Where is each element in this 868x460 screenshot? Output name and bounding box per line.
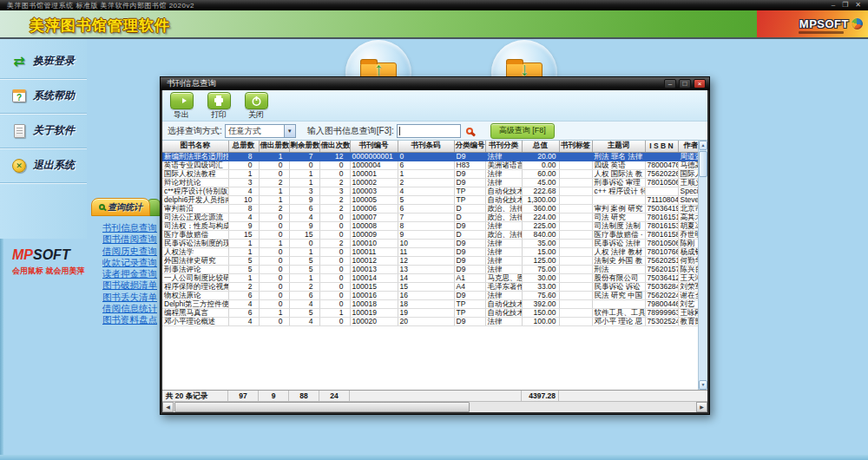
close-button[interactable]: ✕	[855, 2, 861, 9]
table-cell	[592, 195, 645, 204]
table-cell: 民事诉讼 法律	[592, 239, 645, 247]
scroll-down-arrow[interactable]: ▼	[699, 380, 707, 390]
table-cell: 4	[228, 299, 259, 308]
summary-spacer-right	[559, 391, 707, 401]
table-cell: 12	[319, 152, 350, 161]
dialog-close-button[interactable]: ×	[694, 79, 706, 89]
column-header[interactable]: 书刊编号	[350, 141, 398, 152]
scroll-left-arrow[interactable]: ◀	[162, 402, 174, 412]
dialog-maximize-button[interactable]: □	[679, 79, 691, 89]
table-cell: 16	[398, 291, 454, 299]
sidebar-item-shift-login[interactable]: ⇄ 换班登录	[0, 44, 87, 79]
table-row[interactable]: 新编刑法罪名适用指南8171200000000010D9法律20.00刑法 罪名…	[162, 152, 698, 161]
horizontal-scroll-thumb[interactable]	[174, 402, 470, 412]
table-row[interactable]: 司法权：性质与构成的分析90901000088D9法律225.00司法制度 法制…	[162, 221, 698, 230]
close-tool-button[interactable]: 关闭	[242, 92, 270, 121]
sidebar-item-exit-system[interactable]: ✕ 退出系统	[0, 148, 87, 183]
horizontal-scrollbar[interactable]: ◀ ▶	[162, 401, 707, 412]
table-row[interactable]: 编程黑马真言615110001919TP自动化技术、计150.00软件工具、工具…	[162, 308, 698, 317]
table-cell	[559, 299, 592, 308]
scroll-right-arrow[interactable]: ▶	[696, 402, 707, 412]
export-button[interactable]: 导出	[168, 92, 195, 121]
column-header[interactable]: 图书名称	[162, 141, 228, 152]
table-cell: 1	[289, 169, 319, 178]
table-row[interactable]: 一人公司制度比较研究101010001414A1马克思、恩格30.00股份有限公…	[162, 273, 698, 282]
table-row[interactable]: 物权法原论606010001616D9法律75.60民法 研究 中国756202…	[162, 291, 698, 299]
link-book-borrow-query[interactable]: 图书借阅查询	[102, 233, 161, 245]
book-info-query-dialog: 书刊信息查询 – □ × 导出 打印	[160, 76, 710, 415]
table-row[interactable]: 外国法律史研究505010001212D9法律125.00法制史 外国 教756…	[162, 256, 698, 265]
link-reader-deposit-query[interactable]: 读者押金查询	[102, 268, 161, 279]
query-mode-select[interactable]: 任意方式 ▼	[225, 124, 296, 138]
remaining-sum: 88	[289, 391, 319, 401]
table-row[interactable]: 邓小平理论概述404010002020D9法律100.00邓小平 理论 思753…	[162, 317, 698, 325]
table-cell: 政治、法律	[485, 213, 522, 221]
table-row[interactable]: 程序保障的理论视角202010001515A4毛泽东著作33.00民事诉讼 诉讼…	[162, 282, 698, 291]
table-cell: 民法 研究 中国	[592, 291, 645, 299]
table-cell: 19	[398, 308, 454, 317]
link-book-info-query[interactable]: 书刊信息查询	[102, 222, 161, 233]
column-header[interactable]: 总值	[522, 141, 559, 152]
table-cell: 100001	[350, 169, 398, 178]
table-row[interactable]: 刑事法评论505010001313D9法律75.00刑法7562015740陈兴…	[162, 265, 698, 273]
main-window: 美萍图书馆管理系统 标准版 美萍软件内部图书馆 2020v2 – ❐ ✕ 美萍图…	[0, 0, 868, 460]
exit-icon: ✕	[11, 158, 27, 174]
link-damaged-book-list[interactable]: 图书破损清单	[102, 279, 161, 291]
link-borrow-history-query[interactable]: 借阅历史查询	[102, 246, 161, 257]
table-cell: 9	[289, 221, 319, 230]
column-header[interactable]: 书刊条码	[398, 141, 454, 152]
table-cell	[559, 178, 592, 187]
table-cell: D	[454, 213, 485, 221]
vertical-scrollbar[interactable]: ▲ ▼	[698, 141, 707, 390]
table-row[interactable]: 辩论对抗论32121000022D9法律45.00刑事诉讼 审理78010506…	[162, 178, 698, 187]
column-header[interactable]: 总册数	[228, 141, 259, 152]
link-lost-book-list[interactable]: 图书丢失清单	[102, 292, 161, 303]
sidebar-item-system-help[interactable]: ? 系统帮助	[0, 79, 87, 114]
table-row[interactable]: 审判前沿82621000066D政治、法律360.00审判 案例 研究75036…	[162, 204, 698, 213]
table-cell: 0	[319, 161, 350, 169]
column-header[interactable]: 借出次数	[319, 141, 350, 152]
search-input[interactable]	[397, 124, 461, 138]
link-book-inventory[interactable]: 图书资料盘点	[102, 314, 161, 325]
table-row[interactable]: Delphi第三方控件使用大全404010001818TP自动化技术、计392.…	[162, 299, 698, 308]
advanced-query-button[interactable]: 高级查询 [F8]	[490, 123, 555, 139]
table-row[interactable]: 英语专业四级词汇000010000046H83美洲诸语言0.00四级 英语780…	[162, 161, 698, 169]
table-row[interactable]: 司法公正观念源流40401000077D政治、法律224.00司法 研究7801…	[162, 213, 698, 221]
table-cell: 司法公正观念源流	[162, 213, 228, 221]
column-header[interactable]: 主题词	[592, 141, 645, 152]
column-header[interactable]: I S B N	[645, 141, 678, 152]
table-row[interactable]: c**程序设计(特别版)41331000034TP自动化技术、计222.68c+…	[162, 187, 698, 195]
table-row[interactable]: 民事诉讼法制度的现代化110210001010D9法律35.00民事诉讼 法律7…	[162, 239, 698, 247]
dialog-minimize-button[interactable]: –	[664, 79, 676, 89]
table-row[interactable]: 医疗事故赔偿1501501000099D政治、法律840.00医疗事故赔偿 ·7…	[162, 230, 698, 239]
table-cell: 0	[398, 152, 454, 161]
column-header[interactable]: 书刊标签	[559, 141, 592, 152]
vertical-scroll-thumb[interactable]	[699, 151, 707, 177]
sidebar-item-about-software[interactable]: 关于软件	[0, 114, 87, 148]
table-row[interactable]: 国际人权法教程10101000011D9法律60.00人权 国际法 教75620…	[162, 169, 698, 178]
table-row[interactable]: delphi6开发人员指南101921000055TP自动化技术、计1,300.…	[162, 195, 698, 204]
scroll-up-arrow[interactable]: ▲	[699, 141, 707, 150]
column-header[interactable]: 书刊分类	[485, 141, 522, 152]
table-row[interactable]: 人权法学101010001111D9法律15.00人权 法律 教材7801076…	[162, 247, 698, 256]
table-cell: 6	[398, 161, 454, 169]
column-header[interactable]: 作者	[678, 141, 698, 152]
print-button[interactable]: 打印	[205, 92, 233, 121]
table-cell: 7899996305	[645, 308, 678, 317]
minimize-button[interactable]: –	[832, 2, 835, 9]
column-header[interactable]: 剩余册数	[289, 141, 319, 152]
column-header[interactable]: 分类编号	[454, 141, 485, 152]
tab-query-statistics[interactable]: 查询统计	[91, 198, 150, 216]
link-payment-record-query[interactable]: 收款记录查询	[102, 257, 161, 268]
table-cell: 7503641266	[645, 273, 678, 282]
chevron-down-icon: ▼	[284, 125, 295, 137]
table-cell: 7801050610	[645, 239, 678, 247]
maximize-button[interactable]: ❐	[842, 2, 848, 9]
table-cell: 自动化技术、计	[485, 195, 522, 204]
power-icon	[245, 92, 268, 109]
dialog-titlebar[interactable]: 书刊信息查询 – □ ×	[161, 77, 709, 90]
table-cell: 60.00	[522, 169, 559, 178]
column-header[interactable]: 借出册数	[259, 141, 289, 152]
link-borrow-info-statistics[interactable]: 借阅信息统计	[102, 303, 161, 314]
search-icon[interactable]	[466, 128, 473, 135]
